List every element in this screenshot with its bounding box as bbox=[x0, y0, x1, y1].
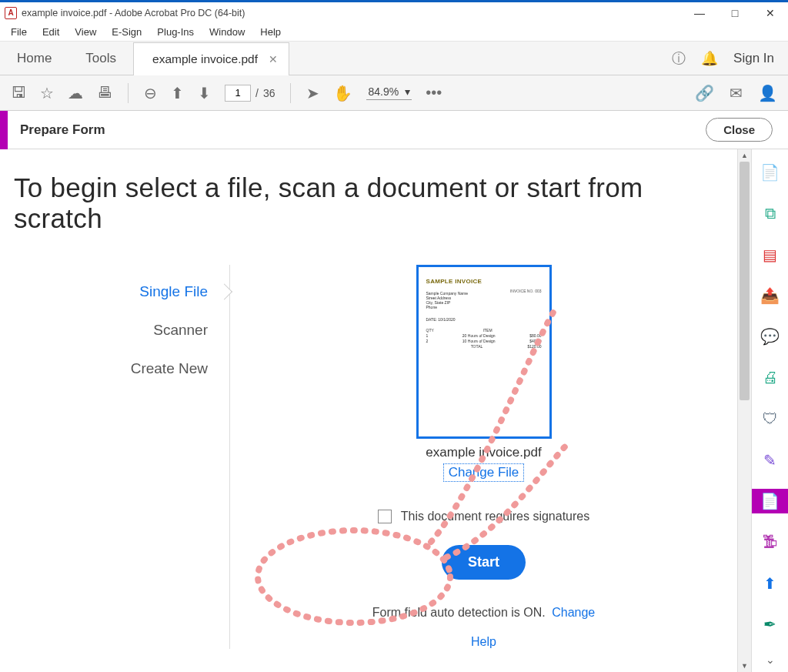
page-down-icon[interactable]: ⬇ bbox=[198, 84, 211, 102]
zoom-out-icon[interactable]: ⊖ bbox=[144, 84, 157, 102]
scrollbar-thumb[interactable] bbox=[740, 162, 750, 400]
signatures-checkbox[interactable] bbox=[378, 510, 392, 523]
scroll-up-icon[interactable]: ▲ bbox=[738, 149, 751, 162]
auto-detect-status: Form field auto detection is ON. Change bbox=[372, 606, 595, 620]
menubar: File Edit View E-Sign Plug-Ins Window He… bbox=[0, 23, 788, 42]
share-link-icon[interactable]: 🔗 bbox=[695, 84, 714, 102]
help-link[interactable]: Help bbox=[471, 635, 496, 649]
thumb-invoice-no: INVOICE NO. 003 bbox=[510, 289, 542, 293]
close-tool-button[interactable]: Close bbox=[706, 118, 773, 142]
menu-plugins[interactable]: Plug-Ins bbox=[149, 25, 202, 39]
menu-esign[interactable]: E-Sign bbox=[104, 25, 149, 39]
zoom-dropdown[interactable]: 84.9% ▾ bbox=[366, 85, 412, 100]
tool-header: Prepare Form Close bbox=[0, 111, 788, 149]
source-create-new[interactable]: Create New bbox=[14, 349, 229, 388]
toolbar: 🖫 ☆ ☁ 🖶 ⊖ ⬆ ⬇ / 36 ➤ ✋ 84.9% ▾ ••• 🔗 ✉ 👤 bbox=[0, 75, 788, 111]
tab-home[interactable]: Home bbox=[0, 42, 68, 75]
more-tools-chevron-icon[interactable]: ⌄ bbox=[766, 654, 775, 666]
cloud-upload-icon[interactable]: ☁ bbox=[68, 84, 83, 102]
maximize-button[interactable]: □ bbox=[717, 2, 753, 23]
fill-sign-icon[interactable]: ✎ bbox=[752, 448, 789, 472]
signatures-label: This document requires signatures bbox=[401, 510, 589, 523]
page-up-icon[interactable]: ⬆ bbox=[171, 84, 184, 102]
page-total: 36 bbox=[263, 87, 275, 99]
tab-tools[interactable]: Tools bbox=[68, 42, 133, 75]
source-scanner[interactable]: Scanner bbox=[14, 311, 229, 349]
prepare-form-icon[interactable]: 📄 bbox=[752, 489, 789, 513]
acrobat-icon: A bbox=[5, 7, 17, 19]
organize-pages-icon[interactable]: ▤ bbox=[752, 242, 789, 266]
combine-files-icon[interactable]: ⧉ bbox=[752, 201, 789, 225]
scroll-down-icon[interactable]: ▼ bbox=[738, 660, 751, 672]
signature-icon[interactable]: ✒ bbox=[752, 613, 789, 637]
compress-icon[interactable]: 🗜 bbox=[752, 530, 789, 554]
window-controls: — □ ✕ bbox=[682, 2, 788, 23]
document-tab-label: example invoice.pdf bbox=[152, 52, 258, 66]
titlebar: A example invoice.pdf - Adobe Acrobat Pr… bbox=[0, 0, 788, 23]
help-icon[interactable]: ⓘ bbox=[672, 49, 686, 68]
hand-tool-icon[interactable]: ✋ bbox=[333, 84, 352, 102]
export-pdf-icon[interactable]: 📤 bbox=[752, 283, 789, 307]
print-icon[interactable]: 🖶 bbox=[97, 84, 112, 102]
thumb-phone: Phone bbox=[426, 305, 542, 309]
page-sep: / bbox=[255, 87, 259, 99]
change-file-link[interactable]: Change File bbox=[443, 463, 525, 482]
menu-help[interactable]: Help bbox=[252, 25, 289, 39]
menu-window[interactable]: Window bbox=[202, 25, 252, 39]
file-thumbnail[interactable]: SAMPLE INVOICE INVOICE NO. 003 Sample Co… bbox=[416, 265, 552, 439]
thumb-date: DATE: 10/1/2020 bbox=[426, 317, 542, 322]
save-icon[interactable]: 🖫 bbox=[11, 84, 26, 102]
menu-edit[interactable]: Edit bbox=[35, 25, 67, 39]
account-icon[interactable]: 👤 bbox=[758, 84, 777, 102]
page-current-input[interactable] bbox=[225, 85, 251, 102]
close-window-button[interactable]: ✕ bbox=[753, 2, 788, 23]
signatures-checkbox-row: This document requires signatures bbox=[378, 510, 589, 523]
close-tab-icon[interactable]: ✕ bbox=[269, 53, 278, 65]
comment-icon[interactable]: 💬 bbox=[752, 325, 789, 349]
page-position: / 36 bbox=[225, 85, 275, 102]
main-area: To begin select a file, scan a document … bbox=[0, 149, 788, 672]
start-button[interactable]: Start bbox=[442, 545, 526, 580]
view-tabs: Home Tools example invoice.pdf ✕ ⓘ 🔔 Sig… bbox=[0, 42, 788, 75]
vertical-scrollbar[interactable]: ▲ ▼ bbox=[737, 149, 751, 672]
content: To begin select a file, scan a document … bbox=[0, 149, 737, 672]
selected-filename: example invoice.pdf bbox=[426, 445, 541, 460]
more-tools-icon[interactable]: ••• bbox=[426, 84, 442, 102]
page-heading: To begin select a file, scan a document … bbox=[14, 172, 737, 234]
auto-detect-change-link[interactable]: Change bbox=[552, 606, 595, 619]
source-single-file[interactable]: Single File bbox=[14, 272, 229, 311]
star-icon[interactable]: ☆ bbox=[40, 84, 54, 102]
thumb-title: SAMPLE INVOICE bbox=[426, 278, 542, 285]
protect-icon[interactable]: 🛡 bbox=[752, 407, 789, 431]
document-tab[interactable]: example invoice.pdf ✕ bbox=[133, 42, 289, 75]
tool-name: Prepare Form bbox=[20, 122, 105, 138]
source-list: Single File Scanner Create New bbox=[14, 265, 229, 649]
tool-accent bbox=[0, 111, 8, 149]
menu-view[interactable]: View bbox=[67, 25, 104, 39]
send-icon[interactable]: ⬆ bbox=[752, 571, 789, 595]
minimize-button[interactable]: — bbox=[682, 2, 717, 23]
doc-tab-wrap: example invoice.pdf ✕ bbox=[133, 42, 289, 75]
select-tool-icon[interactable]: ➤ bbox=[306, 84, 319, 102]
create-pdf-icon[interactable]: 📄 bbox=[752, 160, 789, 184]
preview-area: SAMPLE INVOICE INVOICE NO. 003 Sample Co… bbox=[230, 265, 737, 649]
window-title: example invoice.pdf - Adobe Acrobat Pro … bbox=[22, 8, 245, 18]
chevron-down-icon: ▾ bbox=[405, 85, 410, 98]
menu-file[interactable]: File bbox=[3, 25, 35, 39]
sign-in-link[interactable]: Sign In bbox=[733, 51, 774, 66]
scan-ocr-icon[interactable]: 🖨 bbox=[752, 366, 789, 389]
zoom-value: 84.9% bbox=[368, 85, 399, 98]
right-tool-rail: 📄 ⧉ ▤ 📤 💬 🖨 🛡 ✎ 📄 🗜 ⬆ ✒ ⌄ bbox=[751, 149, 788, 672]
email-icon[interactable]: ✉ bbox=[730, 84, 743, 102]
bell-icon[interactable]: 🔔 bbox=[701, 50, 718, 67]
